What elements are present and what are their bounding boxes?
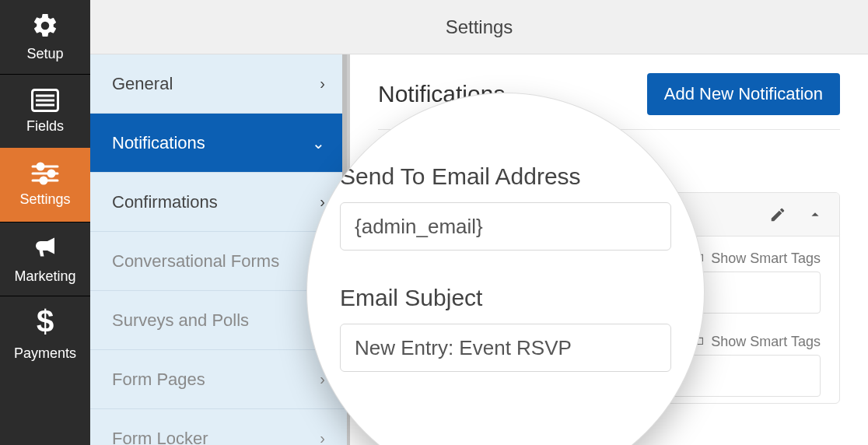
vnav-item-marketing[interactable]: Marketing: [0, 222, 90, 296]
vnav-label: Payments: [14, 345, 76, 362]
submenu-label: Conversational Forms: [112, 251, 279, 272]
list-icon: [31, 89, 59, 112]
smart-tags-label: Show Smart Tags: [711, 334, 821, 349]
vnav-item-setup[interactable]: Setup: [0, 0, 90, 74]
svg-rect-2: [36, 99, 54, 101]
vnav-label: Setup: [26, 46, 63, 62]
vnav-item-fields[interactable]: Fields: [0, 74, 90, 148]
vnav-label: Fields: [26, 118, 64, 135]
subject-label: Email Subject: [340, 285, 671, 311]
sendto-label: Send To Email Address: [340, 163, 671, 190]
chevron-right-icon: ›: [320, 75, 325, 93]
sliders-icon: [30, 162, 61, 185]
chevron-right-icon: ›: [320, 429, 325, 445]
submenu-item-general[interactable]: General ›: [90, 54, 347, 114]
smart-tags-label: Show Smart Tags: [711, 251, 821, 266]
sendto-input[interactable]: [340, 202, 671, 251]
chevron-right-icon: ›: [320, 193, 325, 211]
dollar-icon: $: [37, 304, 54, 339]
submenu-label: Surveys and Polls: [112, 310, 249, 331]
chevron-down-icon: ⌄: [312, 134, 325, 152]
submenu-label: General: [112, 74, 173, 94]
submenu-item-notifications[interactable]: Notifications ⌄: [90, 114, 347, 173]
svg-point-9: [40, 177, 47, 184]
subject-input[interactable]: [340, 324, 671, 372]
edit-icon[interactable]: [769, 206, 786, 223]
svg-rect-3: [36, 103, 54, 106]
submenu-item-formlocker[interactable]: Form Locker ›: [90, 409, 347, 445]
topbar: Settings: [90, 0, 868, 54]
gear-icon: [31, 12, 59, 40]
topbar-title: Settings: [446, 16, 513, 38]
svg-point-7: [48, 170, 54, 177]
submenu-label: Notifications: [112, 133, 205, 153]
vnav-item-payments[interactable]: $ Payments: [0, 296, 90, 370]
vnav-item-settings[interactable]: Settings: [0, 148, 90, 222]
collapse-icon[interactable]: [807, 206, 824, 223]
bullhorn-icon: [31, 234, 59, 262]
submenu-label: Form Pages: [112, 370, 205, 390]
submenu-label: Form Locker: [112, 429, 208, 446]
svg-rect-1: [36, 94, 54, 96]
vnav-label: Settings: [19, 191, 70, 208]
submenu-label: Confirmations: [112, 192, 218, 212]
submenu-item-confirmations[interactable]: Confirmations ›: [90, 173, 347, 232]
vnav-label: Marketing: [14, 268, 75, 285]
svg-point-5: [37, 163, 44, 170]
submenu-item-formpages[interactable]: Form Pages ›: [90, 350, 347, 409]
vertical-nav: Setup Fields Settings Marketing $ Paymen…: [0, 0, 90, 445]
add-notification-button[interactable]: Add New Notification: [647, 73, 840, 115]
